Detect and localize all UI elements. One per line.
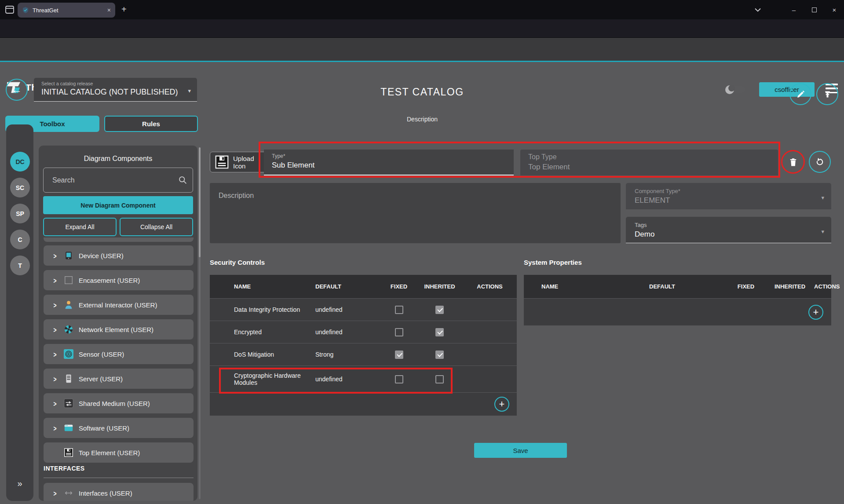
new-diagram-component-button[interactable]: New Diagram Component (43, 196, 193, 214)
rail-badge-sp[interactable]: SP (10, 204, 30, 223)
floppy-icon (215, 155, 229, 169)
component-type-value: ELEMENT (635, 196, 831, 205)
rail-badge-c[interactable]: C (10, 230, 30, 249)
inherited-checkbox[interactable] (435, 306, 444, 314)
rail-badge-t[interactable]: T (10, 256, 30, 275)
component-item[interactable]: >Shared Medium (USER) (44, 393, 194, 413)
add-row-button[interactable]: + (808, 305, 823, 320)
fixed-checkbox[interactable] (395, 328, 403, 336)
security-controls-title: Security Controls (210, 259, 265, 266)
new-tab-button[interactable]: + (121, 4, 127, 15)
search-input[interactable] (51, 176, 178, 185)
inherited-checkbox[interactable] (435, 351, 444, 359)
component-item[interactable]: >Network Element (USER) (44, 319, 194, 340)
table-row[interactable]: Cryptographic Hardware Modulesundefined (210, 365, 517, 392)
tags-label: Tags (635, 222, 831, 228)
tab-title: ThreatGet (33, 7, 58, 14)
browser-tab[interactable]: ThreatGet × (18, 3, 115, 18)
table-footer-row: + (524, 298, 831, 325)
device-icon (64, 251, 73, 260)
fixed-checkbox[interactable] (395, 375, 403, 383)
table-row[interactable]: Encryptedundefined (210, 321, 517, 343)
table-row[interactable]: Data Integrity Protectionundefined (210, 298, 517, 321)
component-item[interactable]: >Interfaces (USER) (44, 483, 194, 501)
table-row[interactable]: DoS MitigationStrong (210, 343, 517, 365)
inherited-checkbox[interactable] (435, 375, 444, 383)
chevron-right-icon[interactable]: > (54, 399, 63, 408)
server-icon (64, 374, 73, 383)
column-header: NAME (541, 283, 649, 290)
fixed-checkbox[interactable] (395, 351, 403, 359)
rail-badge-dc[interactable]: DC (10, 152, 30, 172)
component-item[interactable]: >Server (USER) (44, 369, 194, 389)
system-properties-title: System Properties (524, 259, 582, 266)
chevron-right-icon[interactable]: > (54, 300, 63, 309)
collapse-all-button[interactable]: Collapse All (120, 218, 193, 236)
window-close-icon[interactable]: × (824, 0, 844, 19)
tab-rules[interactable]: Rules (104, 116, 198, 132)
component-item[interactable]: >Sensor (USER) (44, 344, 194, 364)
panel-scrollbar-thumb[interactable] (199, 147, 201, 257)
delete-button[interactable] (785, 154, 801, 170)
pencil-icon (796, 90, 805, 99)
catalog-release-select[interactable]: Select a catalog release INITIAL CATALOG… (34, 78, 197, 102)
add-row-button[interactable]: + (494, 397, 509, 412)
description-tab[interactable]: Description (334, 116, 510, 123)
chevron-right-icon[interactable]: > (54, 276, 63, 285)
floppy-icon (64, 448, 73, 457)
diagram-components-panel: Diagram Components New Diagram Component… (39, 146, 197, 501)
component-item[interactable]: >Encasement (USER) (44, 270, 194, 290)
chevron-right-icon[interactable]: > (54, 424, 63, 432)
type-label: Type* (272, 153, 514, 159)
page-title: TEST CATALOG (290, 86, 554, 98)
component-item[interactable]: >External Interactor (USER) (44, 295, 194, 315)
fixed-checkbox[interactable] (395, 306, 403, 314)
window-minimize-icon[interactable]: – (784, 0, 804, 19)
chevron-right-icon[interactable]: > (54, 350, 63, 358)
firefox-view-icon[interactable] (4, 4, 15, 15)
column-header: ACTIONS (477, 283, 503, 290)
chevron-right-icon[interactable]: > (54, 489, 63, 497)
tags-select[interactable]: Tags Demo ▾ (626, 217, 831, 243)
row-default: undefined (315, 306, 381, 313)
scrolled-row-sliver (44, 237, 194, 242)
row-default: Strong (315, 351, 381, 358)
component-item-label: Shared Medium (USER) (79, 400, 150, 407)
release-select-value: INITIAL CATALOG (NOT PUBLISHED) (41, 88, 190, 97)
upload-icon-button[interactable]: Upload Icon (210, 152, 267, 172)
inherited-checkbox[interactable] (435, 328, 444, 336)
type-field[interactable]: Type* Sub Element (264, 150, 514, 175)
back-button[interactable]: ← (6, 79, 28, 101)
row-name: Encrypted (234, 329, 315, 336)
browser-tab-bar: ThreatGet × + – × (0, 0, 844, 19)
upload-icon-label: Upload Icon (233, 155, 262, 170)
dark-mode-toggle[interactable] (727, 86, 745, 93)
reset-button[interactable] (809, 151, 831, 173)
component-item[interactable]: >Software (USER) (44, 418, 194, 438)
component-item[interactable]: >Device (USER) (44, 245, 194, 266)
chevron-right-icon[interactable]: > (54, 374, 63, 383)
expand-all-button[interactable]: Expand All (43, 218, 117, 236)
external-interactor-icon (64, 300, 73, 310)
component-item[interactable]: Top Element (USER) (44, 442, 194, 463)
edit-catalog-button[interactable] (789, 83, 811, 105)
row-default: undefined (315, 329, 381, 336)
component-search[interactable] (43, 168, 193, 193)
save-button[interactable]: Save (474, 443, 567, 458)
description-textarea[interactable]: Description (210, 183, 621, 243)
tab-close-icon[interactable]: × (107, 7, 111, 14)
window-maximize-icon[interactable] (804, 0, 824, 19)
component-item-label: Encasement (USER) (79, 277, 140, 284)
tab-list-icon[interactable] (748, 0, 768, 19)
divider (44, 478, 194, 478)
shared-medium-icon (64, 398, 73, 408)
search-icon (178, 175, 187, 185)
component-item-label: External Interactor (USER) (79, 301, 157, 309)
rail-expand-icon[interactable]: » (6, 478, 33, 489)
rail-badge-sc[interactable]: SC (10, 178, 30, 197)
component-item-label: Software (USER) (79, 424, 129, 432)
chevron-right-icon[interactable]: > (54, 251, 63, 260)
chevron-right-icon[interactable]: > (54, 325, 63, 334)
publish-catalog-button[interactable] (816, 83, 838, 105)
table-header-row: NAMEDEFAULTFIXEDINHERITEDACTIONS (524, 275, 831, 298)
